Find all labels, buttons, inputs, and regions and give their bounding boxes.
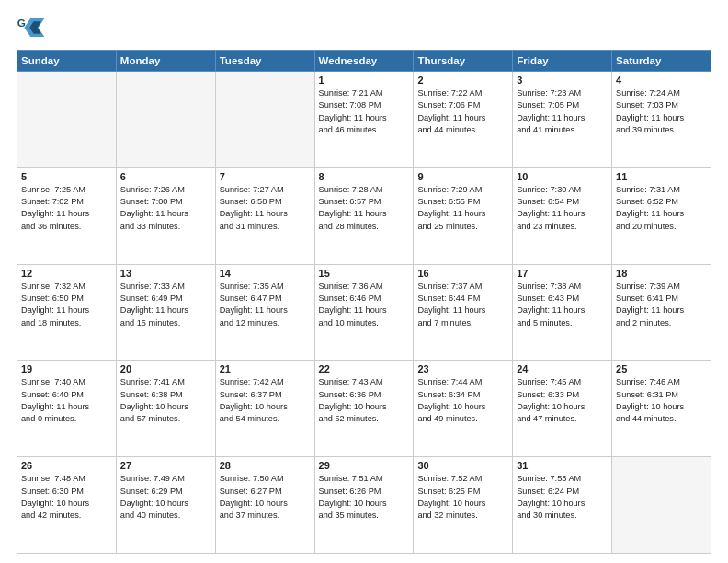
calendar-cell: 7Sunrise: 7:27 AMSunset: 6:58 PMDaylight… — [215, 167, 314, 264]
day-number: 29 — [319, 460, 410, 471]
day-number: 2 — [417, 75, 508, 86]
logo-icon: G — [17, 15, 46, 40]
day-info: Sunrise: 7:38 AMSunset: 6:43 PMDaylight:… — [517, 281, 608, 329]
day-info: Sunrise: 7:29 AMSunset: 6:55 PMDaylight:… — [417, 184, 508, 233]
day-number: 31 — [517, 460, 608, 471]
calendar-cell — [17, 72, 117, 168]
day-number: 19 — [21, 363, 112, 374]
calendar-cell: 26Sunrise: 7:48 AMSunset: 6:30 PMDayligh… — [17, 457, 117, 554]
day-number: 21 — [220, 363, 311, 374]
day-info: Sunrise: 7:49 AMSunset: 6:29 PMDaylight:… — [120, 473, 211, 522]
day-info: Sunrise: 7:46 AMSunset: 6:31 PMDaylight:… — [616, 376, 707, 425]
day-info: Sunrise: 7:22 AMSunset: 7:06 PMDaylight:… — [417, 87, 508, 136]
day-number: 30 — [417, 460, 508, 471]
day-info: Sunrise: 7:41 AMSunset: 6:38 PMDaylight:… — [120, 376, 211, 425]
day-number: 12 — [21, 268, 112, 279]
weekday-header-thursday: Thursday — [414, 51, 513, 72]
calendar-cell — [215, 72, 314, 168]
svg-text:G: G — [17, 17, 26, 29]
calendar-cell: 31Sunrise: 7:53 AMSunset: 6:24 PMDayligh… — [513, 457, 612, 554]
day-number: 25 — [616, 363, 707, 374]
day-number: 1 — [319, 75, 410, 86]
day-info: Sunrise: 7:24 AMSunset: 7:03 PMDaylight:… — [616, 87, 707, 136]
day-info: Sunrise: 7:37 AMSunset: 6:44 PMDaylight:… — [417, 281, 508, 329]
day-info: Sunrise: 7:50 AMSunset: 6:27 PMDaylight:… — [220, 473, 311, 522]
day-info: Sunrise: 7:23 AMSunset: 7:05 PMDaylight:… — [517, 87, 608, 136]
header: G — [17, 15, 711, 40]
calendar-cell: 4Sunrise: 7:24 AMSunset: 7:03 PMDaylight… — [612, 72, 711, 168]
calendar-cell — [612, 457, 711, 554]
calendar-table: SundayMondayTuesdayWednesdayThursdayFrid… — [17, 50, 711, 554]
day-info: Sunrise: 7:28 AMSunset: 6:57 PMDaylight:… — [319, 184, 410, 233]
day-info: Sunrise: 7:35 AMSunset: 6:47 PMDaylight:… — [220, 281, 311, 329]
calendar-cell: 19Sunrise: 7:40 AMSunset: 6:40 PMDayligh… — [17, 361, 117, 457]
day-info: Sunrise: 7:40 AMSunset: 6:40 PMDaylight:… — [21, 376, 112, 425]
calendar-cell: 22Sunrise: 7:43 AMSunset: 6:36 PMDayligh… — [314, 361, 414, 457]
calendar-cell: 1Sunrise: 7:21 AMSunset: 7:08 PMDaylight… — [314, 72, 414, 168]
weekday-header-wednesday: Wednesday — [314, 51, 414, 72]
calendar-cell: 14Sunrise: 7:35 AMSunset: 6:47 PMDayligh… — [215, 264, 314, 361]
calendar-cell: 27Sunrise: 7:49 AMSunset: 6:29 PMDayligh… — [116, 457, 215, 554]
day-info: Sunrise: 7:53 AMSunset: 6:24 PMDaylight:… — [517, 473, 608, 522]
calendar-cell: 15Sunrise: 7:36 AMSunset: 6:46 PMDayligh… — [314, 264, 414, 361]
day-info: Sunrise: 7:33 AMSunset: 6:49 PMDaylight:… — [120, 281, 211, 329]
day-info: Sunrise: 7:43 AMSunset: 6:36 PMDaylight:… — [319, 376, 410, 425]
week-row-3: 12Sunrise: 7:32 AMSunset: 6:50 PMDayligh… — [17, 264, 711, 361]
calendar-cell: 24Sunrise: 7:45 AMSunset: 6:33 PMDayligh… — [513, 361, 612, 457]
day-number: 7 — [220, 171, 311, 182]
day-info: Sunrise: 7:32 AMSunset: 6:50 PMDaylight:… — [21, 281, 112, 329]
day-number: 3 — [517, 75, 608, 86]
calendar-cell: 30Sunrise: 7:52 AMSunset: 6:25 PMDayligh… — [414, 457, 513, 554]
logo: G — [17, 15, 50, 40]
week-row-1: 1Sunrise: 7:21 AMSunset: 7:08 PMDaylight… — [17, 72, 711, 168]
calendar-cell: 3Sunrise: 7:23 AMSunset: 7:05 PMDaylight… — [513, 72, 612, 168]
day-info: Sunrise: 7:42 AMSunset: 6:37 PMDaylight:… — [220, 376, 311, 425]
calendar-cell: 28Sunrise: 7:50 AMSunset: 6:27 PMDayligh… — [215, 457, 314, 554]
day-number: 20 — [120, 363, 211, 374]
day-number: 27 — [120, 460, 211, 471]
day-number: 24 — [517, 363, 608, 374]
calendar-header-row: SundayMondayTuesdayWednesdayThursdayFrid… — [17, 51, 711, 72]
day-info: Sunrise: 7:25 AMSunset: 7:02 PMDaylight:… — [21, 184, 112, 233]
calendar-cell: 20Sunrise: 7:41 AMSunset: 6:38 PMDayligh… — [116, 361, 215, 457]
day-number: 4 — [616, 75, 707, 86]
day-number: 26 — [21, 460, 112, 471]
day-number: 5 — [21, 171, 112, 182]
day-number: 14 — [220, 268, 311, 279]
calendar-cell: 23Sunrise: 7:44 AMSunset: 6:34 PMDayligh… — [414, 361, 513, 457]
day-number: 10 — [517, 171, 608, 182]
day-info: Sunrise: 7:36 AMSunset: 6:46 PMDaylight:… — [319, 281, 410, 329]
day-number: 11 — [616, 171, 707, 182]
calendar-cell: 8Sunrise: 7:28 AMSunset: 6:57 PMDaylight… — [314, 167, 414, 264]
calendar-cell: 13Sunrise: 7:33 AMSunset: 6:49 PMDayligh… — [116, 264, 215, 361]
calendar-cell: 11Sunrise: 7:31 AMSunset: 6:52 PMDayligh… — [612, 167, 711, 264]
calendar-cell: 21Sunrise: 7:42 AMSunset: 6:37 PMDayligh… — [215, 361, 314, 457]
calendar-cell: 12Sunrise: 7:32 AMSunset: 6:50 PMDayligh… — [17, 264, 117, 361]
weekday-header-tuesday: Tuesday — [215, 51, 314, 72]
day-number: 16 — [417, 268, 508, 279]
day-number: 6 — [120, 171, 211, 182]
calendar-cell: 6Sunrise: 7:26 AMSunset: 7:00 PMDaylight… — [116, 167, 215, 264]
day-number: 23 — [417, 363, 508, 374]
weekday-header-sunday: Sunday — [17, 51, 117, 72]
day-info: Sunrise: 7:39 AMSunset: 6:41 PMDaylight:… — [616, 281, 707, 329]
weekday-header-saturday: Saturday — [612, 51, 711, 72]
day-info: Sunrise: 7:31 AMSunset: 6:52 PMDaylight:… — [616, 184, 707, 233]
day-number: 13 — [120, 268, 211, 279]
day-number: 17 — [517, 268, 608, 279]
weekday-header-monday: Monday — [116, 51, 215, 72]
page: G SundayMondayTuesdayWednesdayThursdayFr… — [0, 0, 728, 563]
calendar-cell: 16Sunrise: 7:37 AMSunset: 6:44 PMDayligh… — [414, 264, 513, 361]
day-number: 18 — [616, 268, 707, 279]
calendar-cell: 25Sunrise: 7:46 AMSunset: 6:31 PMDayligh… — [612, 361, 711, 457]
day-info: Sunrise: 7:44 AMSunset: 6:34 PMDaylight:… — [417, 376, 508, 425]
weekday-header-friday: Friday — [513, 51, 612, 72]
day-info: Sunrise: 7:26 AMSunset: 7:00 PMDaylight:… — [120, 184, 211, 233]
day-number: 8 — [319, 171, 410, 182]
day-info: Sunrise: 7:45 AMSunset: 6:33 PMDaylight:… — [517, 376, 608, 425]
day-info: Sunrise: 7:30 AMSunset: 6:54 PMDaylight:… — [517, 184, 608, 233]
calendar-cell: 10Sunrise: 7:30 AMSunset: 6:54 PMDayligh… — [513, 167, 612, 264]
day-info: Sunrise: 7:48 AMSunset: 6:30 PMDaylight:… — [21, 473, 112, 522]
week-row-2: 5Sunrise: 7:25 AMSunset: 7:02 PMDaylight… — [17, 167, 711, 264]
calendar-cell: 2Sunrise: 7:22 AMSunset: 7:06 PMDaylight… — [414, 72, 513, 168]
